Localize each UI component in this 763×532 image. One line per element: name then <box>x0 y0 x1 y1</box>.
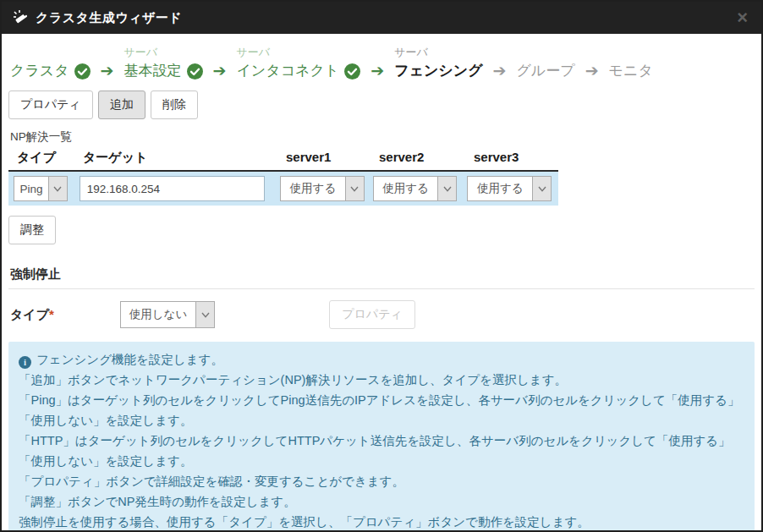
force-stop-type-select[interactable]: 使用しない <box>120 301 215 328</box>
tune-button[interactable]: 調整 <box>8 216 56 244</box>
step-nav: クラスタ ➔ サーバ 基本設定 ➔ サーバ インタコネクト ➔ サーバ <box>10 44 755 82</box>
check-circle-icon <box>187 63 203 80</box>
add-button[interactable]: 追加 <box>98 90 145 119</box>
table-row: Ping 使用する 使用する 使用する <box>8 172 558 206</box>
np-server2-select[interactable]: 使用する <box>373 176 458 201</box>
cluster-wizard-dialog: クラスタ生成ウィザード × クラスタ ➔ サーバ 基本設定 ➔ サーバ インタコ… <box>0 0 763 532</box>
step-basic-settings[interactable]: サーバ 基本設定 <box>124 44 203 82</box>
step-label: インタコネクト <box>236 60 339 82</box>
step-fencing: サーバ フェンシング <box>394 44 482 82</box>
arrow-icon: ➔ <box>493 60 507 82</box>
close-icon[interactable]: × <box>733 8 751 27</box>
np-server3-select[interactable]: 使用する <box>467 176 552 201</box>
col-header-type: タイプ <box>17 150 83 166</box>
col-header-target: ターゲット <box>83 150 286 166</box>
arrow-icon: ➔ <box>371 60 384 82</box>
info-line: iフェンシング機能を設定します。 <box>19 349 744 370</box>
np-table-header: タイプ ターゲット server1 server2 server3 <box>8 150 558 172</box>
check-circle-icon <box>344 63 360 80</box>
info-line: 強制停止を使用する場合、使用する「タイプ」を選択し、「プロパティ」ボタンで動作を… <box>19 512 744 532</box>
chevron-down-icon <box>195 302 214 327</box>
step-label: フェンシング <box>394 60 482 82</box>
required-mark: * <box>49 307 54 321</box>
step-label: グループ <box>516 60 574 82</box>
check-circle-icon <box>74 63 91 80</box>
step-monitor: モニタ <box>609 44 653 82</box>
force-stop-property-button[interactable]: プロパティ <box>329 300 415 329</box>
titlebar: クラスタ生成ウィザード × <box>2 2 761 34</box>
np-type-select[interactable]: Ping <box>14 176 68 201</box>
chevron-down-icon <box>48 177 67 200</box>
info-line: 「プロパティ」ボタンで詳細設定を確認・変更することができます。 <box>19 471 744 491</box>
info-line: 「Ping」はターゲット列のセルをクリックしてPing送信先のIPアドレスを設定… <box>19 390 744 431</box>
step-label: クラスタ <box>10 60 69 82</box>
dialog-body: クラスタ ➔ サーバ 基本設定 ➔ サーバ インタコネクト ➔ サーバ <box>2 34 761 532</box>
property-button[interactable]: プロパティ <box>8 90 93 119</box>
force-stop-section-title: 強制停止 <box>10 266 755 282</box>
section-divider <box>8 288 755 289</box>
dialog-title: クラスタ生成ウィザード <box>36 10 182 26</box>
step-group: グループ <box>516 44 574 82</box>
arrow-icon: ➔ <box>213 60 227 82</box>
arrow-icon: ➔ <box>101 60 114 82</box>
info-line: 「追加」ボタンでネットワークパーティション(NP)解決リソースを追加し、タイプを… <box>19 370 744 390</box>
step-label: モニタ <box>609 60 653 82</box>
chevron-down-icon <box>437 177 456 200</box>
chevron-down-icon <box>532 177 551 200</box>
wand-icon <box>12 9 29 26</box>
col-header-server2: server2 <box>379 150 474 166</box>
info-box: iフェンシング機能を設定します。 「追加」ボタンでネットワークパーティション(N… <box>8 342 755 532</box>
info-icon: i <box>19 356 31 369</box>
np-table-caption: NP解決一覧 <box>10 129 755 145</box>
np-target-input[interactable] <box>80 176 265 201</box>
step-interconnect[interactable]: サーバ インタコネクト <box>236 44 360 82</box>
np-table: タイプ ターゲット server1 server2 server3 Ping 使… <box>8 150 558 206</box>
info-line: 「調整」ボタンでNP発生時の動作を設定します。 <box>19 491 744 512</box>
np-toolbar: プロパティ 追加 削除 <box>8 90 755 119</box>
force-stop-type-label: タイプ* <box>8 307 120 323</box>
np-server1-select[interactable]: 使用する <box>280 176 365 201</box>
delete-button[interactable]: 削除 <box>151 90 198 119</box>
force-stop-row: タイプ* 使用しない プロパティ <box>8 299 755 330</box>
step-cluster[interactable]: クラスタ <box>10 44 91 82</box>
col-header-server3: server3 <box>474 150 558 166</box>
step-label: 基本設定 <box>124 60 182 82</box>
info-line: 「HTTP」はターゲット列のセルをクリックしてHTTPパケット送信先を設定し、各… <box>19 431 744 471</box>
chevron-down-icon <box>345 177 364 200</box>
arrow-icon: ➔ <box>585 60 599 82</box>
col-header-server1: server1 <box>286 150 379 166</box>
